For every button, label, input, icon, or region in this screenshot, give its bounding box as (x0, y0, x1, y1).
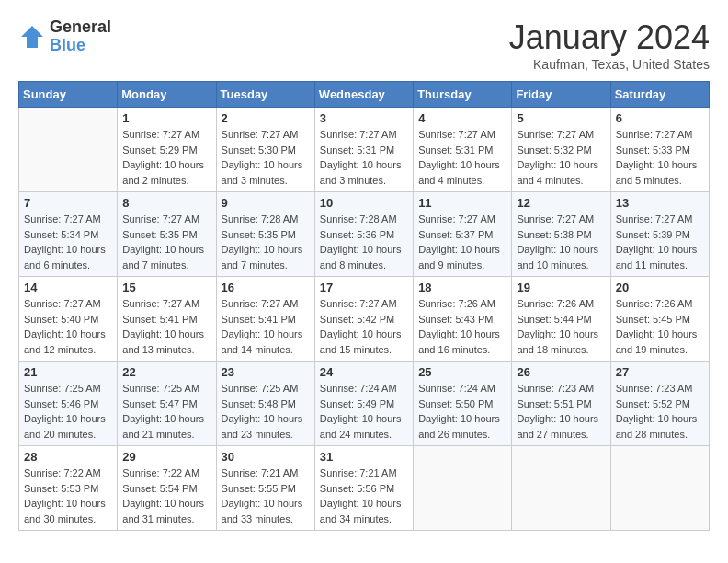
logo: General Blue (18, 18, 111, 55)
day-info: Sunrise: 7:28 AM Sunset: 5:35 PM Dayligh… (222, 212, 310, 272)
calendar-cell: 11Sunrise: 7:27 AM Sunset: 5:37 PM Dayli… (414, 192, 512, 277)
calendar-cell: 29Sunrise: 7:22 AM Sunset: 5:54 PM Dayli… (118, 446, 216, 531)
day-info: Sunrise: 7:25 AM Sunset: 5:48 PM Dayligh… (222, 381, 310, 442)
week-row-5: 28Sunrise: 7:22 AM Sunset: 5:53 PM Dayli… (19, 446, 710, 531)
weekday-header-friday: Friday (512, 82, 610, 108)
day-number: 19 (517, 281, 605, 294)
day-number: 15 (122, 281, 210, 294)
calendar-cell: 10Sunrise: 7:28 AM Sunset: 5:36 PM Dayli… (314, 192, 413, 277)
day-number: 8 (122, 196, 210, 210)
calendar-cell: 16Sunrise: 7:27 AM Sunset: 5:41 PM Dayli… (216, 277, 314, 362)
day-info: Sunrise: 7:27 AM Sunset: 5:37 PM Dayligh… (418, 212, 506, 272)
day-number: 24 (320, 365, 408, 379)
logo-general-label: General (50, 18, 111, 37)
calendar-cell: 17Sunrise: 7:27 AM Sunset: 5:42 PM Dayli… (314, 277, 413, 362)
day-info: Sunrise: 7:22 AM Sunset: 5:54 PM Dayligh… (122, 465, 210, 526)
day-number: 31 (320, 450, 408, 464)
week-row-4: 21Sunrise: 7:25 AM Sunset: 5:46 PM Dayli… (19, 362, 710, 446)
logo-blue-label: Blue (50, 37, 111, 55)
day-info: Sunrise: 7:28 AM Sunset: 5:36 PM Dayligh… (320, 212, 408, 272)
day-number: 12 (517, 196, 605, 210)
day-info: Sunrise: 7:27 AM Sunset: 5:30 PM Dayligh… (222, 127, 310, 188)
weekday-header-monday: Monday (118, 82, 216, 108)
calendar-cell: 20Sunrise: 7:26 AM Sunset: 5:45 PM Dayli… (610, 277, 709, 362)
day-info: Sunrise: 7:27 AM Sunset: 5:33 PM Dayligh… (616, 127, 704, 188)
day-info: Sunrise: 7:27 AM Sunset: 5:31 PM Dayligh… (418, 127, 506, 188)
calendar-cell: 5Sunrise: 7:27 AM Sunset: 5:32 PM Daylig… (512, 108, 610, 192)
calendar-cell: 7Sunrise: 7:27 AM Sunset: 5:34 PM Daylig… (19, 192, 118, 277)
calendar-cell: 6Sunrise: 7:27 AM Sunset: 5:33 PM Daylig… (610, 108, 709, 192)
day-number: 11 (418, 196, 506, 210)
week-row-2: 7Sunrise: 7:27 AM Sunset: 5:34 PM Daylig… (19, 192, 710, 277)
day-info: Sunrise: 7:26 AM Sunset: 5:44 PM Dayligh… (517, 296, 605, 357)
day-info: Sunrise: 7:27 AM Sunset: 5:42 PM Dayligh… (320, 296, 408, 357)
week-row-1: 1Sunrise: 7:27 AM Sunset: 5:29 PM Daylig… (19, 108, 710, 192)
calendar-cell: 1Sunrise: 7:27 AM Sunset: 5:29 PM Daylig… (118, 108, 216, 192)
calendar-cell: 4Sunrise: 7:27 AM Sunset: 5:31 PM Daylig… (414, 108, 512, 192)
day-number: 25 (418, 365, 506, 379)
calendar-cell: 25Sunrise: 7:24 AM Sunset: 5:50 PM Dayli… (414, 362, 512, 446)
day-number: 6 (616, 111, 704, 125)
day-info: Sunrise: 7:26 AM Sunset: 5:43 PM Dayligh… (418, 296, 506, 357)
day-number: 20 (616, 281, 704, 294)
weekday-header-row: SundayMondayTuesdayWednesdayThursdayFrid… (19, 82, 710, 108)
day-number: 9 (222, 196, 310, 210)
day-info: Sunrise: 7:27 AM Sunset: 5:29 PM Dayligh… (122, 127, 210, 188)
day-info: Sunrise: 7:21 AM Sunset: 5:56 PM Dayligh… (320, 465, 408, 526)
day-info: Sunrise: 7:27 AM Sunset: 5:41 PM Dayligh… (222, 296, 310, 357)
calendar-cell: 12Sunrise: 7:27 AM Sunset: 5:38 PM Dayli… (512, 192, 610, 277)
day-info: Sunrise: 7:22 AM Sunset: 5:53 PM Dayligh… (24, 465, 112, 526)
day-info: Sunrise: 7:25 AM Sunset: 5:46 PM Dayligh… (24, 381, 112, 442)
day-number: 21 (24, 365, 112, 379)
calendar-table: SundayMondayTuesdayWednesdayThursdayFrid… (18, 81, 710, 531)
calendar-cell (512, 446, 610, 531)
day-number: 28 (24, 450, 112, 464)
page-header: General Blue January 2024 Kaufman, Texas… (18, 18, 710, 72)
day-info: Sunrise: 7:27 AM Sunset: 5:35 PM Dayligh… (122, 212, 210, 272)
location-label: Kaufman, Texas, United States (509, 57, 710, 72)
day-number: 14 (24, 281, 112, 294)
day-info: Sunrise: 7:23 AM Sunset: 5:51 PM Dayligh… (517, 381, 605, 442)
calendar-cell: 24Sunrise: 7:24 AM Sunset: 5:49 PM Dayli… (314, 362, 413, 446)
calendar-cell: 14Sunrise: 7:27 AM Sunset: 5:40 PM Dayli… (19, 277, 118, 362)
day-info: Sunrise: 7:27 AM Sunset: 5:41 PM Dayligh… (122, 296, 210, 357)
day-number: 23 (222, 365, 310, 379)
day-info: Sunrise: 7:27 AM Sunset: 5:39 PM Dayligh… (616, 212, 704, 272)
day-number: 2 (222, 111, 310, 125)
day-info: Sunrise: 7:23 AM Sunset: 5:52 PM Dayligh… (616, 381, 704, 442)
weekday-header-sunday: Sunday (19, 82, 118, 108)
calendar-cell: 18Sunrise: 7:26 AM Sunset: 5:43 PM Dayli… (414, 277, 512, 362)
calendar-cell: 8Sunrise: 7:27 AM Sunset: 5:35 PM Daylig… (118, 192, 216, 277)
day-info: Sunrise: 7:26 AM Sunset: 5:45 PM Dayligh… (616, 296, 704, 357)
day-number: 22 (122, 365, 210, 379)
weekday-header-tuesday: Tuesday (216, 82, 314, 108)
title-block: January 2024 Kaufman, Texas, United Stat… (509, 18, 710, 72)
logo-text: General Blue (50, 18, 111, 55)
day-number: 13 (616, 196, 704, 210)
calendar-cell: 26Sunrise: 7:23 AM Sunset: 5:51 PM Dayli… (512, 362, 610, 446)
calendar-cell: 2Sunrise: 7:27 AM Sunset: 5:30 PM Daylig… (216, 108, 314, 192)
day-number: 7 (24, 196, 112, 210)
calendar-cell (414, 446, 512, 531)
day-number: 27 (616, 365, 704, 379)
day-number: 26 (517, 365, 605, 379)
calendar-cell: 3Sunrise: 7:27 AM Sunset: 5:31 PM Daylig… (314, 108, 413, 192)
weekday-header-saturday: Saturday (610, 82, 709, 108)
day-number: 16 (222, 281, 310, 294)
calendar-cell: 13Sunrise: 7:27 AM Sunset: 5:39 PM Dayli… (610, 192, 709, 277)
day-number: 3 (320, 111, 408, 125)
calendar-cell (19, 108, 118, 192)
week-row-3: 14Sunrise: 7:27 AM Sunset: 5:40 PM Dayli… (19, 277, 710, 362)
day-info: Sunrise: 7:25 AM Sunset: 5:47 PM Dayligh… (122, 381, 210, 442)
calendar-cell: 27Sunrise: 7:23 AM Sunset: 5:52 PM Dayli… (610, 362, 709, 446)
calendar-cell: 9Sunrise: 7:28 AM Sunset: 5:35 PM Daylig… (216, 192, 314, 277)
day-info: Sunrise: 7:27 AM Sunset: 5:40 PM Dayligh… (24, 296, 112, 357)
month-title: January 2024 (509, 18, 710, 57)
day-number: 1 (122, 111, 210, 125)
day-number: 10 (320, 196, 408, 210)
calendar-cell: 31Sunrise: 7:21 AM Sunset: 5:56 PM Dayli… (314, 446, 413, 531)
calendar-cell: 21Sunrise: 7:25 AM Sunset: 5:46 PM Dayli… (19, 362, 118, 446)
day-number: 30 (222, 450, 310, 464)
calendar-cell (610, 446, 709, 531)
day-info: Sunrise: 7:24 AM Sunset: 5:50 PM Dayligh… (418, 381, 506, 442)
